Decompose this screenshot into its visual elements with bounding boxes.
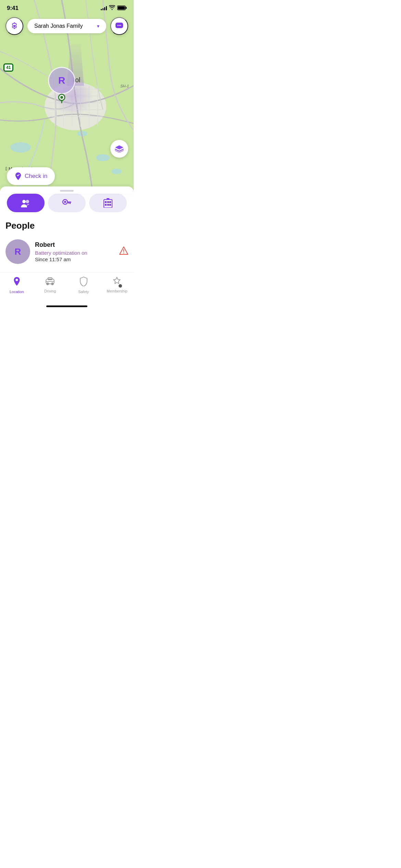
svg-point-30 <box>64 201 66 203</box>
section-title: People <box>5 220 128 231</box>
people-icon <box>21 198 31 207</box>
svg-rect-33 <box>68 203 69 204</box>
driving-nav-icon <box>45 277 55 288</box>
svg-point-25 <box>119 25 120 26</box>
svg-rect-38 <box>105 204 107 206</box>
building-icon <box>104 198 112 208</box>
nav-location[interactable]: Location <box>0 277 34 294</box>
tab-people-button[interactable] <box>7 194 45 212</box>
layers-icon <box>115 145 124 153</box>
map-avatar[interactable]: R <box>48 67 75 103</box>
alert-icon <box>119 246 128 257</box>
pull-handle[interactable] <box>0 186 134 194</box>
svg-point-43 <box>123 253 124 253</box>
gear-icon <box>10 22 19 30</box>
location-nav-icon <box>12 277 21 288</box>
chat-icon <box>115 22 123 30</box>
check-in-button[interactable]: Check in <box>7 167 55 185</box>
svg-rect-31 <box>67 202 71 203</box>
tab-places-button[interactable] <box>89 194 127 212</box>
svg-rect-40 <box>109 204 111 206</box>
top-bar: Sarah Jonas Family ▾ <box>0 17 134 35</box>
svg-point-47 <box>51 283 53 285</box>
wifi-icon <box>109 5 115 11</box>
chat-button[interactable] <box>110 17 128 35</box>
person-name: Robert <box>35 241 114 249</box>
avatar-circle: R <box>48 67 75 94</box>
map-container[interactable]: R lol 41 SH-1 Sarah Jonas Family ▾ <box>0 0 134 192</box>
svg-rect-37 <box>109 201 111 203</box>
person-since: Since 11:57 am <box>35 256 114 262</box>
nav-driving-label: Driving <box>44 289 56 293</box>
nav-driving[interactable]: Driving <box>34 277 67 293</box>
location-pin-icon <box>58 94 66 103</box>
layers-button[interactable] <box>110 140 128 158</box>
tab-keys-button[interactable] <box>48 194 86 212</box>
svg-rect-32 <box>70 203 71 204</box>
family-selector[interactable]: Sarah Jonas Family ▾ <box>27 19 106 33</box>
keys-icon <box>62 199 72 207</box>
handle-bar <box>60 190 74 192</box>
nav-membership[interactable]: Membership <box>100 277 134 293</box>
status-icons <box>101 5 127 11</box>
svg-rect-2 <box>118 6 125 9</box>
svg-point-26 <box>120 25 121 26</box>
nav-location-label: Location <box>10 290 24 294</box>
membership-nav-icon <box>112 277 121 288</box>
nav-safety[interactable]: Safety <box>67 277 100 294</box>
svg-point-44 <box>15 279 18 281</box>
family-name: Sarah Jonas Family <box>34 23 83 29</box>
svg-rect-1 <box>126 7 127 9</box>
svg-point-21 <box>60 96 63 99</box>
svg-point-4 <box>10 142 31 153</box>
route-sign: 41 <box>3 63 13 72</box>
svg-rect-34 <box>104 200 112 208</box>
home-bar <box>46 305 87 307</box>
route-sh1: SH-1 <box>120 84 129 88</box>
svg-rect-36 <box>107 201 109 203</box>
svg-point-22 <box>13 25 15 27</box>
nav-membership-label: Membership <box>107 289 127 293</box>
membership-dot <box>118 284 123 288</box>
battery-icon <box>117 5 127 11</box>
person-card[interactable]: R Robert Battery optimization on Since 1… <box>5 237 128 267</box>
svg-rect-48 <box>48 278 52 280</box>
tab-buttons <box>5 194 128 212</box>
svg-point-24 <box>118 25 119 26</box>
chevron-down-icon: ▾ <box>97 23 99 29</box>
settings-button[interactable] <box>5 17 23 35</box>
check-in-pin-icon <box>14 172 22 180</box>
status-bar: 9:41 <box>0 0 134 14</box>
svg-point-27 <box>22 200 26 203</box>
svg-rect-41 <box>107 198 109 200</box>
svg-point-5 <box>96 154 110 161</box>
svg-rect-39 <box>107 204 109 206</box>
home-indicator <box>0 303 134 311</box>
svg-point-7 <box>111 169 122 174</box>
svg-rect-35 <box>105 201 107 203</box>
battery-warning: Battery optimization on <box>35 250 114 256</box>
svg-point-28 <box>26 200 29 203</box>
bottom-panel: People R Robert Battery optimization on … <box>0 194 134 272</box>
svg-point-46 <box>47 283 49 285</box>
status-time: 9:41 <box>7 5 19 12</box>
bottom-nav: Location Driving Safety Memb <box>0 272 134 303</box>
safety-nav-icon <box>80 277 88 288</box>
nav-safety-label: Safety <box>78 290 89 294</box>
signal-icon <box>101 6 107 10</box>
check-in-label: Check in <box>25 173 47 180</box>
person-info: Robert Battery optimization on Since 11:… <box>35 241 114 262</box>
person-avatar: R <box>5 239 30 264</box>
